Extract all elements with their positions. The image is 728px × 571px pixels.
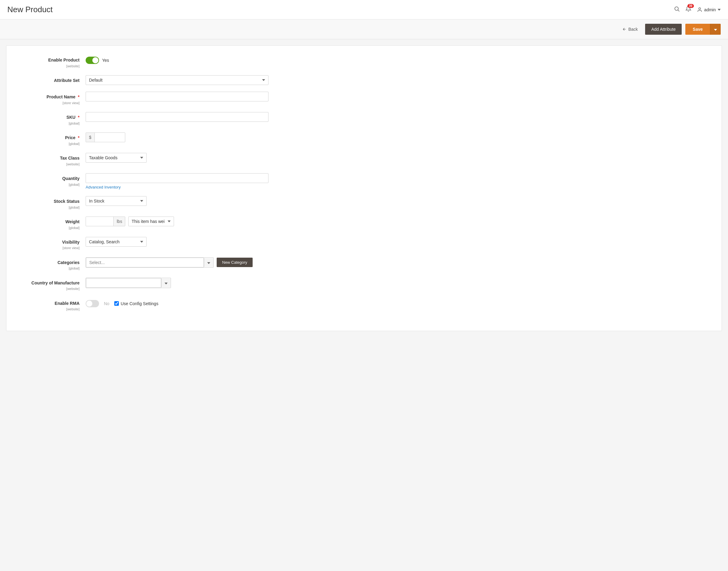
tax-class-select[interactable]: None Taxable Goods xyxy=(86,153,147,162)
notification-count: 39 xyxy=(688,4,694,8)
sku-label: SKU * [global] xyxy=(19,112,86,126)
use-config-settings-checkbox[interactable] xyxy=(114,301,119,306)
price-label: Price * [global] xyxy=(19,132,86,146)
categories-field: New Category xyxy=(86,257,268,268)
visibility-row: Visibility [store view] Not Visible Indi… xyxy=(19,237,709,251)
use-config-settings-label[interactable]: Use Config Settings xyxy=(114,301,159,306)
add-attribute-button[interactable]: Add Attribute xyxy=(645,24,682,35)
country-input[interactable] xyxy=(86,278,161,288)
enable-product-field: Yes xyxy=(86,55,268,64)
visibility-select[interactable]: Not Visible Individually Catalog Search … xyxy=(86,237,147,247)
quantity-input[interactable] xyxy=(86,173,268,183)
visibility-label: Visibility [store view] xyxy=(19,237,86,251)
stock-status-label: Stock Status [global] xyxy=(19,196,86,210)
product-name-field xyxy=(86,92,268,101)
price-input[interactable] xyxy=(95,133,119,142)
attribute-set-select[interactable]: Default xyxy=(86,75,268,85)
product-name-label: Product Name * [store view] xyxy=(19,92,86,105)
enable-product-row: Enable Product [website] Yes xyxy=(19,55,709,69)
svg-point-2 xyxy=(699,8,701,9)
visibility-field: Not Visible Individually Catalog Search … xyxy=(86,237,268,247)
enable-product-toggle-label: Yes xyxy=(102,58,109,63)
product-name-input[interactable] xyxy=(86,92,268,101)
product-form: Enable Product [website] Yes Attribute S… xyxy=(6,45,722,331)
stock-status-select[interactable]: In Stock Out of Stock xyxy=(86,196,147,206)
rma-toggle-slider xyxy=(86,300,99,307)
weight-input[interactable] xyxy=(86,217,113,226)
admin-username: admin xyxy=(704,7,716,12)
admin-user-menu[interactable]: admin xyxy=(697,7,721,12)
attribute-set-row: Attribute Set Default xyxy=(19,75,709,85)
tax-class-row: Tax Class [website] None Taxable Goods xyxy=(19,153,709,166)
country-of-manufacture-row: Country of Manufacture [website] xyxy=(19,278,709,292)
advanced-inventory-link[interactable]: Advanced Inventory xyxy=(86,185,121,190)
weight-field: lbs This item has weight This item has n… xyxy=(86,217,268,226)
price-input-wrap: $ xyxy=(86,132,125,142)
notification-bell-icon[interactable]: 39 xyxy=(685,6,692,13)
top-header: New Product 39 admin xyxy=(0,0,728,19)
enable-rma-label: Enable RMA [website] xyxy=(19,298,86,312)
categories-row: Categories [global] New Category xyxy=(19,257,709,271)
weight-label: Weight [global] xyxy=(19,217,86,230)
enable-product-label: Enable Product [website] xyxy=(19,55,86,69)
sku-input[interactable] xyxy=(86,112,268,122)
enable-rma-toggle-label: No xyxy=(104,301,109,306)
price-prefix: $ xyxy=(86,133,95,142)
toolbar: Back Add Attribute Save xyxy=(0,19,728,39)
svg-point-0 xyxy=(675,7,678,10)
sku-field xyxy=(86,112,268,122)
stock-status-row: Stock Status [global] In Stock Out of St… xyxy=(19,196,709,210)
price-field: $ xyxy=(86,132,268,142)
weight-suffix: lbs xyxy=(113,217,125,226)
product-name-row: Product Name * [store view] xyxy=(19,92,709,105)
tax-class-label: Tax Class [website] xyxy=(19,153,86,166)
toggle-slider xyxy=(86,56,99,64)
categories-label: Categories [global] xyxy=(19,257,86,271)
attribute-set-label: Attribute Set xyxy=(19,75,86,84)
categories-input[interactable] xyxy=(86,258,204,267)
sku-row: SKU * [global] xyxy=(19,112,709,126)
page-title: New Product xyxy=(7,5,53,14)
save-button-group: Save xyxy=(685,24,721,35)
price-row: Price * [global] $ xyxy=(19,132,709,146)
svg-line-1 xyxy=(678,10,679,12)
save-button[interactable]: Save xyxy=(685,24,710,35)
quantity-label: Quantity [global] xyxy=(19,173,86,187)
country-of-manufacture-field xyxy=(86,278,268,288)
enable-rma-field: No Use Config Settings xyxy=(86,298,268,307)
categories-dropdown-arrow[interactable] xyxy=(204,258,213,267)
country-select-wrap xyxy=(86,278,171,288)
quantity-row: Quantity [global] Advanced Inventory xyxy=(19,173,709,190)
header-actions: 39 admin xyxy=(674,6,721,13)
categories-select-wrap xyxy=(86,257,213,268)
back-button[interactable]: Back xyxy=(619,24,641,34)
tax-class-field: None Taxable Goods xyxy=(86,153,268,162)
weight-type-select[interactable]: This item has weight This item has no we… xyxy=(128,217,174,226)
country-of-manufacture-label: Country of Manufacture [website] xyxy=(19,278,86,292)
new-category-button[interactable]: New Category xyxy=(217,258,253,267)
weight-row: Weight [global] lbs This item has weight… xyxy=(19,217,709,230)
search-icon-header[interactable] xyxy=(674,6,680,13)
weight-input-wrap: lbs xyxy=(86,217,125,226)
stock-status-field: In Stock Out of Stock xyxy=(86,196,268,206)
enable-rma-toggle[interactable] xyxy=(86,300,99,307)
save-dropdown-button[interactable] xyxy=(710,24,721,35)
country-dropdown-arrow[interactable] xyxy=(161,278,171,288)
attribute-set-field: Default xyxy=(86,75,268,85)
enable-product-toggle[interactable] xyxy=(86,56,99,64)
enable-rma-row: Enable RMA [website] No Use Config Setti… xyxy=(19,298,709,312)
quantity-field: Advanced Inventory xyxy=(86,173,268,190)
